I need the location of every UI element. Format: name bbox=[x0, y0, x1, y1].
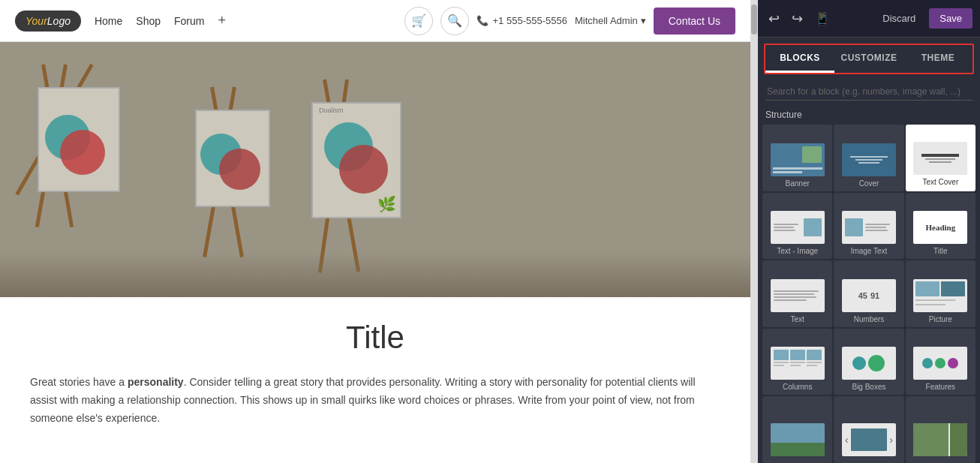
nav-icons: 🛒 🔍 📞 +1 555-555-5556 Mitchell Admin ▾ C… bbox=[404, 7, 735, 35]
block-numbers-thumb: 45 91 bbox=[842, 279, 896, 312]
tab-theme[interactable]: THEME bbox=[903, 45, 972, 73]
device-preview-button[interactable]: 📱 bbox=[812, 8, 833, 29]
nav-add[interactable]: + bbox=[218, 13, 226, 29]
phone-section: 📞 +1 555-555-5556 bbox=[476, 15, 567, 26]
panel-toolbar: ↩ ↪ 📱 Discard Save bbox=[758, 0, 980, 38]
structure-label: Structure bbox=[758, 107, 980, 125]
block-landscape-thumb bbox=[771, 423, 825, 456]
cart-icon[interactable]: 🛒 bbox=[404, 7, 433, 35]
block-banner-thumb bbox=[771, 143, 825, 176]
block-landscape2[interactable] bbox=[906, 396, 975, 463]
right-panel: ↩ ↪ 📱 Discard Save BLOCKS CUSTOMIZE THEM… bbox=[758, 0, 980, 463]
panel-tabs: BLOCKS CUSTOMIZE THEME bbox=[764, 44, 974, 74]
block-columns-label: Columns bbox=[783, 383, 812, 391]
block-cover[interactable]: Cover bbox=[834, 125, 903, 191]
block-features-label: Features bbox=[926, 383, 955, 391]
block-image-text-thumb bbox=[842, 211, 896, 244]
save-button[interactable]: Save bbox=[929, 8, 972, 29]
block-text[interactable]: Text bbox=[762, 260, 832, 327]
discard-button[interactable]: Discard bbox=[875, 8, 923, 29]
block-image-text[interactable]: Image Text bbox=[834, 193, 903, 260]
block-picture[interactable]: Picture bbox=[906, 260, 975, 327]
painting-mid bbox=[195, 110, 270, 207]
tab-customize[interactable]: CUSTOMIZE bbox=[834, 45, 903, 73]
block-cover-label: Cover bbox=[859, 179, 879, 188]
nav-forum[interactable]: Forum bbox=[174, 15, 204, 27]
hero-section: Dualism 🌿 bbox=[0, 42, 750, 297]
block-columns[interactable]: Columns bbox=[762, 329, 832, 395]
undo-button[interactable]: ↩ bbox=[765, 8, 783, 30]
phone-icon: 📞 bbox=[476, 15, 488, 26]
block-text-thumb bbox=[771, 279, 825, 312]
block-text-image-label: Text - Image bbox=[777, 247, 818, 255]
block-big-boxes-thumb bbox=[842, 347, 896, 380]
block-banner[interactable]: Banner bbox=[762, 125, 832, 191]
nav-links: Home Shop Forum + bbox=[95, 13, 226, 29]
block-text-image[interactable]: Text - Image bbox=[762, 193, 832, 260]
block-numbers-label: Numbers bbox=[854, 315, 885, 323]
block-picture-label: Picture bbox=[929, 315, 952, 323]
slider-right-arrow-icon: › bbox=[889, 434, 893, 446]
admin-section[interactable]: Mitchell Admin ▾ bbox=[575, 15, 646, 26]
block-big-boxes[interactable]: Big Boxes bbox=[834, 329, 903, 395]
admin-chevron-icon: ▾ bbox=[641, 15, 646, 26]
block-text-cover-label: Text Cover bbox=[922, 178, 958, 186]
logo[interactable]: YourLogo bbox=[15, 11, 81, 32]
slider-preview bbox=[851, 428, 888, 451]
painting-right: Dualism 🌿 bbox=[311, 102, 401, 218]
tab-blocks[interactable]: BLOCKS bbox=[765, 45, 834, 73]
hero-canvas: Dualism 🌿 bbox=[0, 42, 750, 297]
block-text-cover[interactable]: Text Cover bbox=[906, 125, 975, 191]
block-picture-thumb bbox=[913, 279, 967, 312]
navbar: YourLogo Home Shop Forum + 🛒 🔍 📞 +1 555-… bbox=[0, 0, 750, 42]
main-scrollbar[interactable] bbox=[750, 0, 758, 463]
block-image-text-label: Image Text bbox=[851, 247, 888, 255]
nav-home[interactable]: Home bbox=[95, 15, 122, 27]
block-cover-thumb bbox=[842, 143, 896, 176]
search-icon[interactable]: 🔍 bbox=[440, 7, 469, 35]
floor-gradient bbox=[0, 252, 750, 297]
phone-number: +1 555-555-5556 bbox=[493, 15, 567, 26]
redo-button[interactable]: ↪ bbox=[789, 8, 806, 30]
slider-left-arrow-icon: ‹ bbox=[845, 434, 849, 446]
blocks-grid: Banner Cover bbox=[758, 125, 980, 463]
block-big-boxes-label: Big Boxes bbox=[852, 383, 885, 391]
block-columns-thumb bbox=[771, 347, 825, 380]
block-search-input[interactable] bbox=[765, 83, 972, 101]
block-landscape[interactable] bbox=[762, 396, 832, 463]
block-slider[interactable]: ‹ › bbox=[834, 396, 903, 463]
body-text: Great stories have a personality. Consid… bbox=[30, 374, 720, 427]
content-section: Title Great stories have a personality. … bbox=[0, 297, 750, 463]
contact-button[interactable]: Contact Us bbox=[654, 8, 735, 35]
block-features[interactable]: Features bbox=[906, 329, 975, 395]
page-title: Title bbox=[30, 320, 720, 356]
painting-left bbox=[38, 87, 120, 192]
admin-name: Mitchell Admin bbox=[575, 15, 638, 26]
block-banner-label: Banner bbox=[786, 179, 810, 188]
block-title[interactable]: Heading Title bbox=[906, 193, 975, 260]
block-title-thumb: Heading bbox=[913, 211, 967, 244]
nav-shop[interactable]: Shop bbox=[136, 15, 161, 27]
block-features-thumb bbox=[913, 347, 967, 380]
block-numbers[interactable]: 45 91 Numbers bbox=[834, 260, 903, 327]
panel-search bbox=[758, 80, 980, 107]
block-text-cover-thumb bbox=[913, 142, 967, 175]
block-text-label: Text bbox=[790, 315, 804, 323]
block-text-image-thumb bbox=[771, 211, 825, 244]
block-slider-thumb: ‹ › bbox=[842, 423, 896, 456]
block-landscape2-thumb bbox=[913, 423, 967, 456]
block-title-label: Title bbox=[933, 247, 948, 255]
